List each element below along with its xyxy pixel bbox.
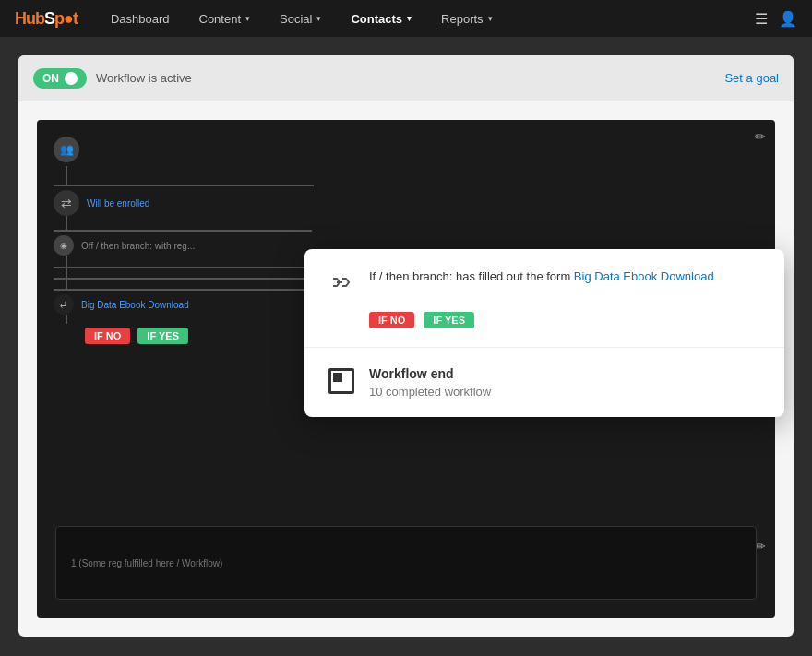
popup-branch-row: If / then branch: has filled out the for… xyxy=(327,268,762,299)
chevron-down-icon: ▾ xyxy=(488,14,493,23)
main-content: ON Workflow is active Set a goal ✏ 👥 xyxy=(0,37,812,656)
lower-wf-text: 1 (Some reg fulfilled here / Workflow) xyxy=(71,558,222,568)
branch-split-icon xyxy=(327,269,356,299)
form-link-text: Big Data Ebook Download xyxy=(81,300,189,310)
user-icon[interactable]: 👤 xyxy=(779,10,797,28)
lower-workflow-box: 1 (Some reg fulfilled here / Workflow) xyxy=(55,526,757,600)
popup-branch-text: If / then branch: has filled out the for… xyxy=(369,268,714,286)
workflow-container: ON Workflow is active Set a goal ✏ 👥 xyxy=(18,55,794,637)
chevron-down-icon: ▾ xyxy=(316,14,321,23)
form-node-row: ⇄ Big Data Ebook Download xyxy=(54,294,189,315)
if-no-button-dark[interactable]: IF NO xyxy=(85,328,130,344)
branch-form-link[interactable]: Big Data Ebook Download xyxy=(574,269,714,283)
node-label-2: Off / then branch: with reg... xyxy=(81,241,195,251)
popup-workflow-end-row: Workflow end 10 completed workflow xyxy=(327,366,762,399)
connector-line-5 xyxy=(66,280,67,289)
h-connector-1 xyxy=(55,185,314,186)
popup-card: If / then branch: has filled out the for… xyxy=(304,249,784,417)
workflow-end-text-area: Workflow end 10 completed workflow xyxy=(369,366,491,399)
brand-logo: HubSp●t xyxy=(15,9,78,29)
if-yes-button-dark[interactable]: IF YES xyxy=(137,328,188,344)
trigger-node: 👥 xyxy=(54,137,79,162)
branch-title-text: If / then branch: has filled out the for… xyxy=(369,269,714,283)
nav-content[interactable]: Content ▾ xyxy=(194,8,257,30)
node-row-2: ◉ Off / then branch: with reg... xyxy=(54,235,195,256)
connector-line-1 xyxy=(66,166,67,185)
toggle-button[interactable]: ON xyxy=(33,68,87,89)
chevron-down-icon: ▾ xyxy=(245,14,250,23)
workflow-end-count: 10 completed workflow xyxy=(369,385,491,399)
navbar: HubSp●t Dashboard Content ▾ Social ▾ Con… xyxy=(0,0,812,37)
workflow-canvas: ✏ 👥 ⇄ Will be en xyxy=(18,101,794,637)
popup-branch-section: If / then branch: has filled out the for… xyxy=(304,249,784,348)
connector-line-4 xyxy=(66,268,67,278)
will-be-enrolled-text: Will be enrolled xyxy=(87,198,149,209)
nav-dashboard[interactable]: Dashboard xyxy=(105,8,175,30)
nav-right: ☰ 👤 xyxy=(755,10,797,28)
branch-node-row: ⇄ Will be enrolled xyxy=(54,190,149,216)
form-node-icon: ⇄ xyxy=(54,294,74,315)
branch-icon-node: ⇄ xyxy=(54,190,79,216)
popup-if-no-button[interactable]: IF NO xyxy=(369,312,414,328)
connector-line-2 xyxy=(66,216,67,230)
nav-contacts[interactable]: Contacts ▾ xyxy=(345,8,417,30)
popup-branch-buttons: IF NO IF YES xyxy=(369,312,762,328)
h-connector-4 xyxy=(54,278,312,280)
hubspot-logo-text: HubSp●t xyxy=(15,9,78,29)
left-workflow-nodes: 👥 ⇄ Will be enrolled xyxy=(54,137,314,344)
connector-line-6 xyxy=(66,315,67,324)
trigger-icon: 👥 xyxy=(54,137,79,162)
workflow-end-icon xyxy=(327,366,356,396)
edit-icon-top[interactable]: ✏ xyxy=(755,129,766,144)
nav-social[interactable]: Social ▾ xyxy=(274,8,327,30)
connector-line-3 xyxy=(66,256,67,267)
workflow-toggle-area: ON Workflow is active xyxy=(33,68,192,89)
branch-buttons-dark: IF NO IF YES xyxy=(85,328,188,344)
workflow-status-text: Workflow is active xyxy=(96,71,192,85)
set-goal-link[interactable]: Set a goal xyxy=(724,71,779,85)
workflow-header: ON Workflow is active Set a goal xyxy=(18,55,794,101)
connector-row-1 xyxy=(54,185,314,186)
workflow-end-icon-inner xyxy=(328,368,354,394)
workflow-end-title: Workflow end xyxy=(369,366,491,381)
toggle-label: ON xyxy=(42,72,59,85)
h-connector-3 xyxy=(54,267,312,268)
small-node-icon: ◉ xyxy=(54,235,74,256)
h-connector-5 xyxy=(54,289,312,291)
toggle-circle xyxy=(65,72,78,85)
chevron-down-icon: ▾ xyxy=(407,14,412,23)
popup-if-yes-button[interactable]: IF YES xyxy=(424,312,474,328)
h-connector-2 xyxy=(54,230,312,232)
nav-reports[interactable]: Reports ▾ xyxy=(436,8,498,30)
popup-workflow-end-section: Workflow end 10 completed workflow xyxy=(304,348,784,417)
menu-icon[interactable]: ☰ xyxy=(755,10,768,28)
